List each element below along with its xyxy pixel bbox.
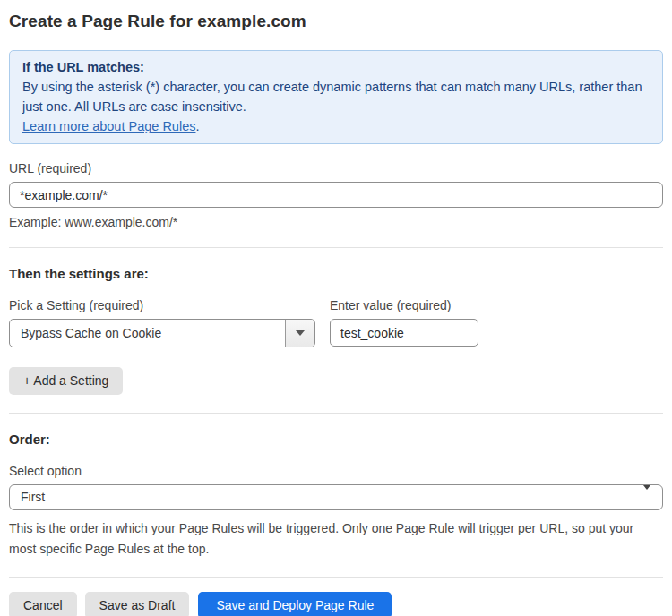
chevron-down-icon [296, 330, 305, 336]
url-matches-info-box: If the URL matches: By using the asteris… [9, 50, 663, 144]
divider [9, 578, 663, 578]
chevron-down-icon [643, 490, 650, 506]
settings-section-heading: Then the settings are: [9, 266, 663, 281]
setting-select[interactable]: Bypass Cache on Cookie [9, 319, 315, 347]
setting-select-value: Bypass Cache on Cookie [10, 320, 285, 346]
page-title: Create a Page Rule for example.com [9, 12, 663, 31]
save-and-deploy-button[interactable]: Save and Deploy Page Rule [198, 592, 392, 616]
pick-setting-label: Pick a Setting (required) [9, 298, 315, 312]
enter-value-label: Enter value (required) [330, 298, 478, 312]
order-select-value: First [10, 490, 56, 504]
url-label: URL (required) [9, 161, 663, 175]
cancel-button[interactable]: Cancel [9, 592, 77, 616]
info-box-heading: If the URL matches: [22, 57, 650, 77]
save-as-draft-button[interactable]: Save as Draft [85, 592, 190, 616]
select-option-label: Select option [9, 464, 663, 478]
link-suffix: . [195, 119, 199, 133]
learn-more-link[interactable]: Learn more about Page Rules [22, 119, 195, 133]
value-column: Enter value (required) [330, 287, 478, 346]
url-input[interactable] [9, 182, 663, 208]
setting-value-input[interactable] [330, 319, 478, 346]
footer-actions: Cancel Save as Draft Save and Deploy Pag… [9, 592, 663, 616]
create-page-rule-form: Create a Page Rule for example.com If th… [0, 0, 672, 616]
info-box-body: By using the asterisk (*) character, you… [22, 77, 650, 116]
divider [9, 413, 663, 414]
order-section-heading: Order: [9, 432, 663, 447]
order-select[interactable]: First [9, 484, 663, 510]
divider [9, 247, 663, 248]
settings-row: Pick a Setting (required) Bypass Cache o… [9, 281, 663, 347]
add-setting-button[interactable]: + Add a Setting [9, 367, 123, 395]
setting-select-arrow-button[interactable] [285, 320, 314, 346]
order-helper-text: This is the order in which your Page Rul… [9, 518, 654, 560]
url-example-text: Example: www.example.com/* [9, 215, 663, 229]
info-box-link-line: Learn more about Page Rules. [22, 116, 650, 136]
setting-column: Pick a Setting (required) Bypass Cache o… [9, 281, 315, 347]
